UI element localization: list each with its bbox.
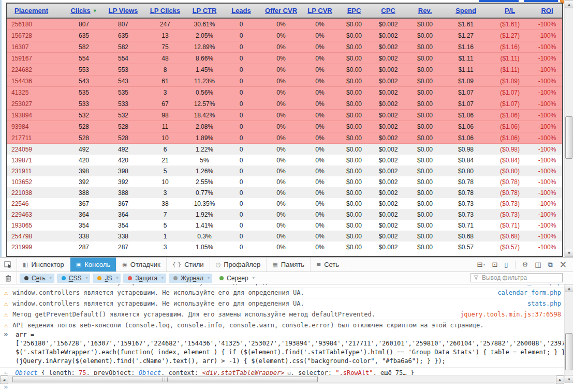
responsive-mode-icon[interactable]: ▯ [504,261,508,268]
column-header-rev[interactable]: Rev. [406,4,444,18]
column-header-lp-clicks[interactable]: LP Clicks [144,4,186,18]
table-row[interactable]: 25479833833810.3%00%0%$0.00$0.002$0.00$0… [7,231,562,242]
console-scrollbar-thumb[interactable] [565,333,572,370]
pl-cell: ($1.09) [488,76,532,87]
console-warning-message[interactable]: ⚠Метод getPreventDefault() является уста… [0,309,564,320]
clear-console-button[interactable] [0,272,17,284]
column-link[interactable]: LP CVR [307,7,332,14]
source-location-link[interactable]: stats.php [522,300,561,307]
table-row[interactable]: 22946336436471.92%00%0%$0.00$0.002$0.00$… [7,209,562,220]
placement-id: 16307 [7,41,65,53]
column-link[interactable]: LP CTR [193,7,217,14]
tab-network[interactable]: ≡Сеть [311,258,345,272]
scroll-down-arrow[interactable]: ▼ [565,249,573,257]
tab-debugger[interactable]: ◉Отладчик [116,258,167,272]
tab-styles[interactable]: { }Стили [167,258,210,272]
filter-toggle-logging[interactable]: Журнал▾ [169,274,212,283]
table-row[interactable]: 22468255355381.45%00%0%$0.00$0.002$0.00$… [7,64,562,76]
source-location-link[interactable]: jquery.tools.min.js:37:6598 [455,311,561,318]
split-console-icon[interactable]: ⊡ [492,261,497,268]
column-link[interactable]: Rev. [418,7,432,14]
scroll-up-arrow[interactable]: ▲ [565,0,573,8]
filter-toggle-server[interactable]: Сервер▾ [215,274,257,283]
table-row[interactable]: 103652392392102.55%00%0%$0.00$0.002$0.00… [7,176,562,187]
column-header-clicks[interactable]: Clicks▼ [65,4,102,18]
column-link[interactable]: Leads [231,7,251,14]
table-row[interactable]: 156728635635132.05%00%0%$0.00$0.002$0.00… [7,30,562,41]
column-link[interactable]: EPC [347,7,361,14]
console-filter-input[interactable] [481,274,560,282]
offer-cvr-cell: 0% [260,121,302,132]
table-row[interactable]: 23199928728731.05%00%0%$0.00$0.002$0.00$… [7,242,562,252]
table-row[interactable]: 2530275335336712.57%00%0%$0.00$0.002$0.0… [7,98,562,110]
column-header-lp-views[interactable]: LP Views [102,4,144,18]
table-row[interactable]: 159167554554488.66%00%0%$0.00$0.002$0.00… [7,53,562,64]
tab-profiler[interactable]: ◷Профайлер [210,258,267,272]
table-row[interactable]: 1938945325329818.42%00%0%$0.00$0.002$0.0… [7,110,562,121]
executed-command[interactable]: » arr =['256180','156728','16307','15916… [0,328,564,368]
column-link[interactable]: ROI [541,7,553,14]
scroll-down-arrow[interactable]: ▼ [565,375,573,383]
table-row[interactable]: 19306535435451.41%00%0%$0.00$0.002$0.00$… [7,220,562,231]
column-header-cpc[interactable]: CPC [371,4,406,18]
column-link[interactable]: LP Views [109,7,138,14]
source-location-link[interactable]: calendar_form.php [492,289,561,296]
table-row[interactable]: 225463673673810.35%00%0%$0.00$0.002$0.00… [7,198,562,209]
tab-console[interactable]: ▣Консоль [70,258,116,272]
placement-id: 217711 [7,132,65,144]
table-row[interactable]: 139871420420215%00%0%$0.00$0.002$0.00$0.… [7,155,562,165]
dock-side-icon[interactable]: ⊟▾ [477,261,486,268]
column-link[interactable]: LP Clicks [150,7,180,14]
column-header-leads[interactable]: Leads [223,4,260,18]
column-header-roi[interactable]: ROI [532,4,562,18]
console-input-line[interactable]: » [0,382,564,392]
column-link[interactable]: P/L [505,7,515,14]
page-scrollbar-thumb[interactable] [565,116,572,159]
console-warning-message[interactable]: ⚠window.controllers является устаревшим.… [0,284,564,288]
column-link[interactable]: CPC [381,7,395,14]
popout-icon[interactable]: ⧉ [548,261,552,269]
table-row[interactable]: 93984528528112.08%00%0%$0.00$0.002$0.00$… [7,121,562,132]
pick-element-button[interactable] [0,258,17,272]
console-vertical-scrollbar[interactable]: ▲ ▼ [564,284,573,383]
column-header-offer-cvr[interactable]: Offer CVR [260,4,302,18]
table-row[interactable]: 4132553553530.56%00%0%$0.00$0.002$0.00$1… [7,87,562,98]
placement-id: 193065 [7,220,65,231]
settings-icon[interactable]: ⚙ [522,261,528,268]
column-header-lp-cvr[interactable]: LP CVR [302,4,337,18]
command-code-line: (jQuery.inArray($(element).find('.cName'… [16,357,564,366]
tab-memory[interactable]: ▦Память [267,258,311,272]
column-header-pl[interactable]: P/L [488,4,532,18]
table-row[interactable]: 23191139839851.26%00%0%$0.00$0.002$0.00$… [7,165,562,176]
table-row[interactable]: 22405949249261.22%00%0%$0.00$0.002$0.00$… [7,144,562,155]
column-link[interactable]: Placement [14,7,48,14]
filter-toggle-js[interactable]: JS▾ [93,274,121,283]
sidebar-toggle-icon[interactable]: ◫ [535,261,541,268]
table-row[interactable]: 217711528528101.89%00%0%$0.00$0.002$0.00… [7,132,562,144]
filter-toggle-security[interactable]: Защита▾ [123,274,166,283]
source-location-link[interactable]: calendar_form.php [492,284,561,285]
page-vertical-scrollbar[interactable]: ▲ ▼ [564,0,573,257]
scroll-up-arrow[interactable]: ▲ [565,284,573,292]
column-header-spend[interactable]: Spend [444,4,488,18]
filter-toggle-css[interactable]: CSS▾ [57,274,91,283]
clipped-button-2[interactable] [524,0,558,2]
console-warning-message[interactable]: ⚠window.controllers является устаревшим.… [0,288,564,298]
filter-toggle-net[interactable]: Сеть▾ [20,274,54,283]
column-link[interactable]: Offer CVR [265,7,297,14]
clipped-button-1[interactable] [479,0,519,2]
table-row[interactable]: 163075825827512.89%00%0%$0.00$0.002$0.00… [7,41,562,53]
console-warning-message[interactable]: ⚠API ведения логов веб-консоли (console.… [0,320,564,328]
column-header-epc[interactable]: EPC [337,4,371,18]
table-row[interactable]: 22103838838830.77%00%0%$0.00$0.002$0.00$… [7,187,562,198]
filter-label: Сеть [32,275,46,282]
tab-inspector[interactable]: ◧Инспектор [17,258,70,272]
table-row[interactable]: 1544365435436111.23%00%0%$0.00$0.002$0.0… [7,76,562,87]
close-icon[interactable]: × [560,260,567,269]
column-link[interactable]: Spend [456,7,476,14]
table-row[interactable]: 25618080780724730.61%00%0%$0.00$0.002$0.… [7,18,562,30]
column-header-placement[interactable]: Placement [7,4,65,18]
console-warning-message[interactable]: ⚠window.controllers является устаревшим.… [0,298,564,309]
column-header-lp-ctr[interactable]: LP CTR [186,4,223,18]
column-link[interactable]: Clicks [70,7,90,14]
